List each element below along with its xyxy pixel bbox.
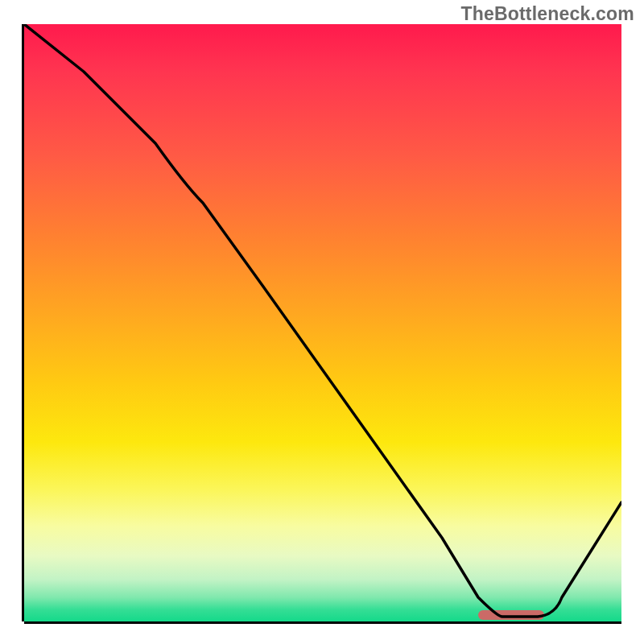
plot-area bbox=[24, 24, 621, 621]
curve-layer bbox=[24, 24, 621, 621]
chart-container: TheBottleneck.com bbox=[0, 0, 644, 644]
bottleneck-curve bbox=[24, 24, 621, 617]
